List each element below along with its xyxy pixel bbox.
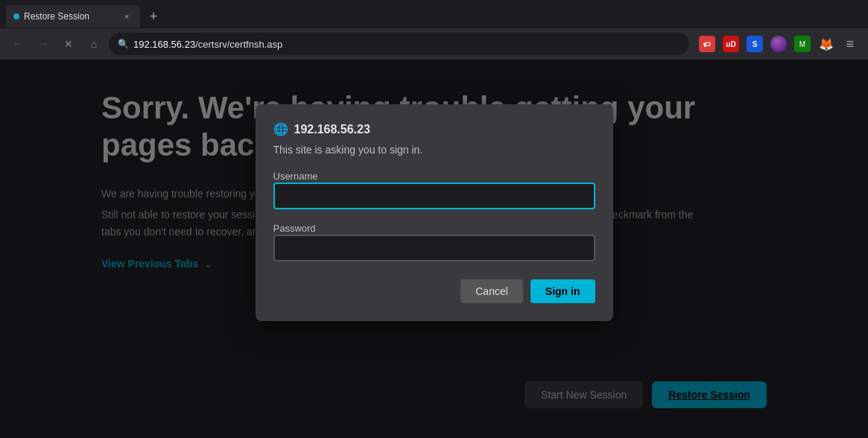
modal-subtitle: This site is asking you to sign in. (273, 144, 595, 156)
s-extension-button[interactable]: S (744, 34, 765, 54)
forward-button[interactable]: → (33, 34, 54, 54)
page-content: Sorry. We're having trouble getting your… (0, 60, 868, 438)
tab-bar: Restore Session × + (0, 0, 868, 28)
home-button[interactable]: ⌂ (83, 34, 104, 54)
cancel-button[interactable]: Cancel (460, 279, 523, 303)
modal-domain: 192.168.56.23 (294, 123, 370, 136)
new-tab-button[interactable]: + (143, 6, 164, 27)
nav-bar: ← → ✕ ⌂ 🔍 192.168.56.23/certsrv/certfnsh… (0, 28, 868, 60)
address-text: 192.168.56.23/certsrv/certfnsh.asp (133, 39, 680, 50)
drop-icon (770, 36, 787, 52)
pocket-icon: 🏷 (699, 36, 715, 52)
ud-icon: uD (723, 36, 739, 52)
modal-actions: Cancel Sign in (273, 279, 595, 303)
username-label: Username (273, 171, 318, 182)
address-bar[interactable]: 🔍 192.168.56.23/certsrv/certfnsh.asp (109, 33, 689, 55)
tab-favicon-dot (13, 13, 19, 19)
close-reload-button[interactable]: ✕ (58, 34, 79, 54)
fox-extension-button[interactable]: 🦊 (816, 34, 837, 54)
pocket-button[interactable]: 🏷 (697, 34, 717, 54)
tab-title: Restore Session (24, 11, 116, 22)
drop-extension-button[interactable] (768, 34, 789, 54)
ms-extension-button[interactable]: M (792, 34, 813, 54)
auth-dialog: 🌐 192.168.56.23 This site is asking you … (256, 104, 613, 321)
ud-extension-button[interactable]: uD (720, 34, 741, 54)
username-input[interactable] (273, 182, 595, 209)
address-search-icon: 🔍 (118, 39, 129, 49)
sign-in-button[interactable]: Sign in (530, 279, 595, 303)
modal-header: 🌐 192.168.56.23 (273, 122, 595, 136)
ms-icon: M (794, 36, 811, 52)
toolbar-icons: 🏷 uD S M 🦊 ≡ (697, 34, 861, 54)
tab-close-button[interactable]: × (121, 10, 133, 22)
fox-icon: 🦊 (819, 37, 834, 51)
back-button[interactable]: ← (7, 34, 28, 54)
menu-button[interactable]: ≡ (840, 34, 861, 54)
s-icon: S (747, 36, 763, 52)
restore-session-tab[interactable]: Restore Session × (6, 5, 140, 28)
password-input[interactable] (273, 235, 595, 261)
password-label: Password (273, 223, 316, 234)
globe-icon: 🌐 (273, 122, 288, 136)
modal-overlay: 🌐 192.168.56.23 This site is asking you … (0, 60, 868, 438)
